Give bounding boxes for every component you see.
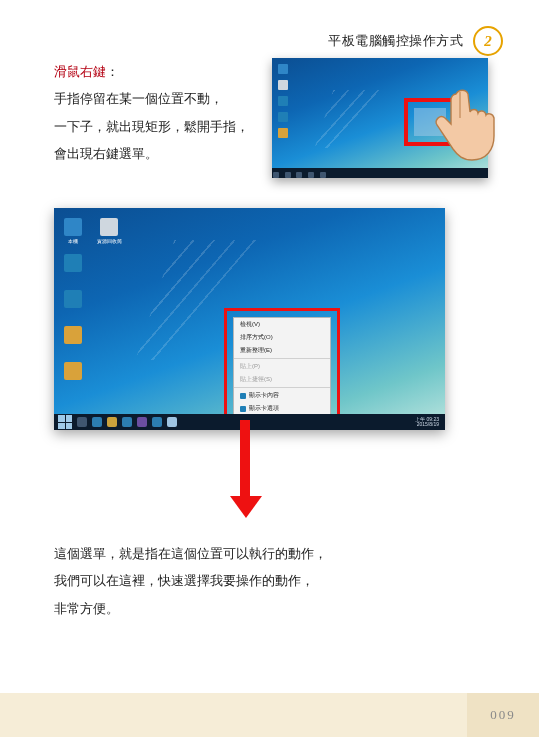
desktop-icon: [64, 326, 82, 344]
menu-item[interactable]: 顯示卡內容: [234, 389, 330, 402]
taskbar-icon[interactable]: [122, 417, 132, 427]
start-button-icon[interactable]: [58, 415, 72, 429]
desktop-icon: [100, 218, 118, 236]
taskbar: [272, 168, 488, 178]
section1-heading: 滑鼠右鍵: [54, 64, 106, 79]
page-header: 平板電腦觸控操作方式 2: [328, 26, 503, 56]
taskbar-icon[interactable]: [137, 417, 147, 427]
desktop-icon: [278, 80, 288, 90]
menu-item[interactable]: 排序方式(O): [234, 331, 330, 344]
menu-item: 貼上捷徑(S): [234, 373, 330, 386]
menu-divider: [234, 358, 330, 359]
desktop-icon: [278, 112, 288, 122]
section1-line: 會出現右鍵選單。: [54, 146, 158, 161]
highlight-box: [404, 98, 456, 146]
section1-heading-suffix: ：: [106, 64, 119, 79]
menu-divider: [234, 387, 330, 388]
taskbar-icon[interactable]: [77, 417, 87, 427]
desktop-icon: [278, 64, 288, 74]
desktop-icon: [278, 128, 288, 138]
page-number: 009: [467, 693, 539, 737]
menu-item: 貼上(P): [234, 360, 330, 373]
menu-item-label: 排序方式(O): [240, 333, 273, 342]
taskbar-icon[interactable]: [107, 417, 117, 427]
menu-item-label: 貼上(P): [240, 362, 260, 371]
taskbar-icon: [273, 172, 279, 178]
taskbar-clock: 上午 09:23 2015/8/19: [415, 417, 439, 428]
touch-rectangle: [414, 108, 446, 136]
taskbar-icon: [296, 172, 302, 178]
page-footer: 009: [0, 693, 539, 737]
menu-item-label: 顯示卡內容: [249, 391, 279, 400]
desktop-icon: [64, 362, 82, 380]
taskbar-icon: [320, 172, 326, 178]
desktop-icon: [278, 96, 288, 106]
section2-line: 這個選單，就是指在這個位置可以執行的動作，: [54, 546, 327, 561]
menu-item-label: 顯示卡選項: [249, 404, 279, 413]
menu-item-label: 貼上捷徑(S): [240, 375, 272, 384]
menu-item-label: 檢視(V): [240, 320, 260, 329]
section1-line: 一下子，就出現矩形，鬆開手指，: [54, 119, 249, 134]
section2-line: 非常方便。: [54, 601, 119, 616]
header-title: 平板電腦觸控操作方式: [328, 32, 463, 50]
highlight-box: 檢視(V) 排序方式(O) 重新整理(E) 貼上(P) 貼上捷徑(S) 顯示卡內…: [224, 308, 340, 430]
callout-arrow: [230, 420, 260, 520]
footer-spacer: [0, 693, 467, 737]
monitor-icon: [240, 406, 246, 412]
section2-text: 這個選單，就是指在這個位置可以執行的動作， 我們可以在這裡，快速選擇我要操作的動…: [54, 540, 414, 622]
screenshot-context-menu: 檢視(V) 排序方式(O) 重新整理(E) 貼上(P) 貼上捷徑(S) 顯示卡內…: [54, 208, 445, 430]
screenshot-touch-hold: [272, 58, 488, 178]
taskbar-icon[interactable]: [167, 417, 177, 427]
desktop-icon: [64, 218, 82, 236]
section1-text: 滑鼠右鍵： 手指停留在某一個位置不動， 一下子，就出現矩形，鬆開手指， 會出現右…: [54, 58, 264, 167]
taskbar-icon: [285, 172, 291, 178]
page: { "header": { "title": "平板電腦觸控操作方式", "ch…: [0, 0, 539, 737]
taskbar-icon: [308, 172, 314, 178]
taskbar-icon[interactable]: [92, 417, 102, 427]
chapter-number-badge: 2: [473, 26, 503, 56]
taskbar-icon[interactable]: [152, 417, 162, 427]
section1-line: 手指停留在某一個位置不動，: [54, 91, 223, 106]
menu-item[interactable]: 重新整理(E): [234, 344, 330, 357]
desktop-icon: [64, 290, 82, 308]
monitor-icon: [240, 393, 246, 399]
desktop-icon: [64, 254, 82, 272]
section2-line: 我們可以在這裡，快速選擇我要操作的動作，: [54, 573, 314, 588]
menu-item[interactable]: 檢視(V): [234, 318, 330, 331]
menu-item-label: 重新整理(E): [240, 346, 272, 355]
